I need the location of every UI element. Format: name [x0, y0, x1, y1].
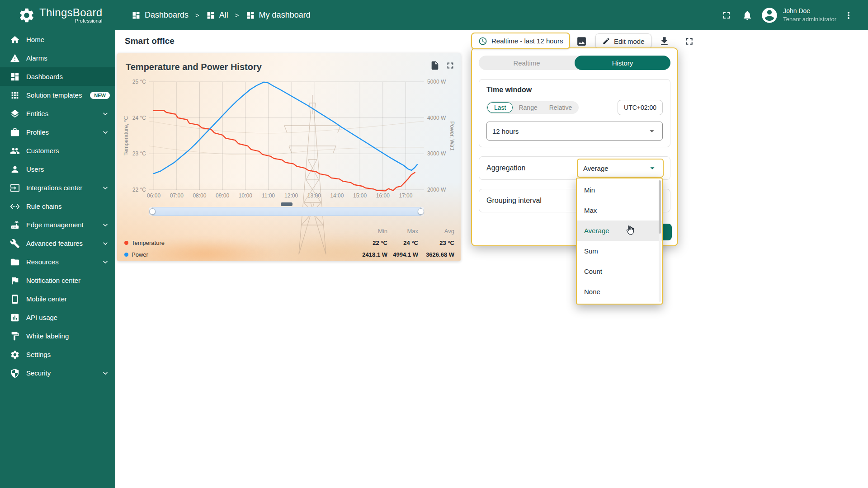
range-slider-selection[interactable]: [152, 207, 421, 216]
more-menu-button[interactable]: [838, 5, 859, 26]
fullscreen-button[interactable]: [716, 5, 737, 26]
mode-relative[interactable]: Relative: [543, 102, 578, 113]
sidebar-item-advanced-features[interactable]: Advanced features: [0, 234, 115, 253]
tab-realtime[interactable]: Realtime: [479, 56, 575, 70]
aggregation-option-sum[interactable]: Sum: [577, 241, 662, 261]
stats-value-min: 22 °C: [347, 239, 387, 246]
breadcrumb-item[interactable]: All: [206, 10, 228, 20]
svg-text:24 °C: 24 °C: [132, 115, 146, 121]
dropdown-scrollbar[interactable]: [659, 180, 661, 302]
sidebar-item-customers[interactable]: Customers: [0, 141, 115, 160]
chart-range-slider[interactable]: [149, 206, 424, 217]
header-actions: John Doe Tenant administrator: [716, 5, 868, 26]
gear-icon: [10, 350, 20, 360]
breadcrumb-separator: >: [235, 11, 239, 19]
sidebar-item-mobile-center[interactable]: Mobile center: [0, 290, 115, 308]
svg-text:22 °C: 22 °C: [132, 187, 146, 193]
legend-dot: [124, 241, 128, 245]
logo-subtitle: Professional: [75, 18, 103, 23]
tab-history[interactable]: History: [575, 56, 670, 70]
stats-header: Avg: [418, 228, 454, 235]
image-gallery-button[interactable]: [574, 33, 589, 49]
stats-header: Max: [387, 228, 418, 235]
range-slider-right-handle[interactable]: [418, 208, 424, 215]
grouping-interval-label: Grouping interval: [486, 197, 542, 205]
mode-last[interactable]: Last: [487, 102, 513, 113]
timewindow-button[interactable]: Realtime - last 12 hours: [471, 33, 570, 49]
sidebar-item-rule-chains[interactable]: Rule chains: [0, 197, 115, 216]
mode-range[interactable]: Range: [513, 102, 543, 113]
export-file-icon[interactable]: [430, 61, 440, 70]
fullscreen-icon: [684, 36, 695, 47]
timewindow-button-label: Realtime - last 12 hours: [491, 37, 563, 45]
avatar[interactable]: [760, 6, 778, 24]
aggregation-section: Aggregation Average: [479, 156, 670, 180]
people-icon: [10, 146, 20, 156]
interval-select[interactable]: 12 hours: [486, 122, 663, 141]
svg-text:07:00: 07:00: [170, 192, 184, 199]
chevron-down-icon: [101, 239, 110, 248]
breadcrumb-item[interactable]: Dashboards: [132, 10, 189, 20]
aggregation-option-average[interactable]: Average: [577, 221, 662, 241]
svg-text:08:00: 08:00: [193, 192, 206, 199]
dashboard-icon: [246, 11, 255, 20]
aggregation-option-max[interactable]: Max: [577, 200, 662, 221]
svg-text:06:00: 06:00: [147, 192, 160, 199]
sidebar-item-entities[interactable]: Entities: [0, 104, 115, 123]
sidebar-item-white-labeling[interactable]: White labeling: [0, 327, 115, 345]
shield-icon: [10, 368, 20, 378]
app-root: ThingsBoard Professional Dashboards>All>…: [0, 0, 868, 488]
sidebar-item-settings[interactable]: Settings: [0, 345, 115, 364]
interval-select-value: 12 hours: [492, 127, 519, 135]
aggregation-select-value: Average: [583, 164, 609, 172]
svg-text:4000 W: 4000 W: [427, 115, 446, 121]
download-button[interactable]: [656, 33, 672, 49]
sidebar-item-dashboards[interactable]: Dashboards: [0, 67, 115, 86]
download-icon: [659, 36, 670, 47]
sidebar-item-edge-management[interactable]: Edge management: [0, 216, 115, 234]
aggregation-select[interactable]: Average: [577, 159, 664, 178]
edit-mode-button[interactable]: Edit mode: [595, 33, 651, 49]
thingsboard-logo[interactable]: ThingsBoard Professional: [0, 7, 115, 24]
sidebar-item-users[interactable]: Users: [0, 160, 115, 178]
stats-header: Min: [347, 228, 387, 235]
home-icon: [10, 35, 20, 45]
svg-text:13:00: 13:00: [307, 192, 321, 199]
dashboard-fullscreen-button[interactable]: [681, 33, 697, 49]
widget-fullscreen-icon[interactable]: [445, 61, 455, 70]
stats-value-max: 24 °C: [387, 239, 418, 246]
stats-value-max: 4994.1 W: [387, 251, 418, 258]
briefcase-icon: [10, 127, 20, 137]
sidebar-item-integrations-center[interactable]: Integrations center: [0, 178, 115, 197]
aggregation-dropdown-menu: MinMaxAverageSumCountNone: [576, 178, 663, 305]
breadcrumb-separator: >: [195, 11, 199, 19]
svg-text:16:00: 16:00: [376, 192, 390, 199]
svg-text:23 °C: 23 °C: [132, 150, 146, 157]
notifications-button[interactable]: [737, 5, 758, 26]
sidebar-item-notification-center[interactable]: Notification center: [0, 271, 115, 290]
sidebar-item-alarms[interactable]: Alarms: [0, 49, 115, 67]
sidebar-item-api-usage[interactable]: API usage: [0, 308, 115, 327]
breadcrumb-item[interactable]: My dashboard: [246, 10, 311, 20]
chevron-down-icon: [101, 369, 110, 378]
sidebar-item-resources[interactable]: Resources: [0, 253, 115, 271]
time-window-mode-row: Last Range Relative UTC+02:00: [486, 100, 663, 115]
timezone-button[interactable]: UTC+02:00: [618, 100, 663, 115]
aggregation-option-min[interactable]: Min: [577, 180, 662, 200]
range-slider-left-handle[interactable]: [149, 208, 156, 215]
timewindow-tabs: Realtime History: [479, 56, 670, 70]
chevron-down-icon: [101, 109, 110, 118]
image-icon: [576, 36, 587, 47]
sidebar-item-security[interactable]: Security: [0, 364, 115, 382]
legend-item[interactable]: Power: [124, 251, 347, 258]
svg-text:11:00: 11:00: [262, 192, 275, 199]
sidebar-item-profiles[interactable]: Profiles: [0, 123, 115, 141]
dropdown-scrollbar-thumb[interactable]: [659, 180, 661, 234]
svg-text:12:00: 12:00: [284, 192, 298, 199]
aggregation-option-count[interactable]: Count: [577, 261, 662, 282]
sidebar-item-home[interactable]: Home: [0, 30, 115, 49]
legend-item[interactable]: Temperature: [124, 239, 347, 246]
range-slider-grip[interactable]: [281, 202, 292, 206]
sidebar-item-solution-templates[interactable]: Solution templatesNEW: [0, 86, 115, 104]
aggregation-option-none[interactable]: None: [577, 282, 662, 302]
